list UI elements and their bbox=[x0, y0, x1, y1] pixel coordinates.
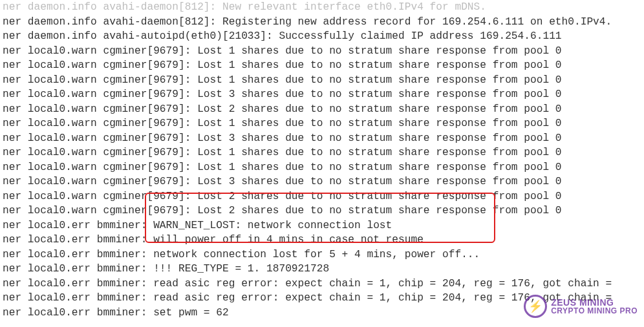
log-line: ner local0.err bmminer: !!! REG_TYPE = 1… bbox=[3, 262, 641, 277]
log-line: ner local0.err bmminer: will power off i… bbox=[3, 233, 641, 248]
watermark-line1: ZEUS MINING bbox=[551, 298, 638, 307]
log-line: ner daemon.info avahi-daemon[812]: New r… bbox=[3, 0, 641, 15]
log-line: ner local0.warn cgminer[9679]: Lost 1 sh… bbox=[3, 44, 641, 59]
log-output: ner daemon.info avahi-daemon[812]: New r… bbox=[0, 0, 644, 320]
log-line: ner local0.warn cgminer[9679]: Lost 3 sh… bbox=[3, 174, 641, 189]
watermark-line2: CRYPTO MINING PRO bbox=[551, 307, 638, 315]
log-line: ner local0.err bmminer: read asic reg er… bbox=[3, 277, 641, 291]
log-line: ner local0.warn cgminer[9679]: Lost 1 sh… bbox=[3, 145, 641, 160]
log-line: ner local0.warn cgminer[9679]: Lost 1 sh… bbox=[3, 160, 641, 175]
watermark-text: ZEUS MINING CRYPTO MINING PRO bbox=[551, 298, 638, 315]
log-line: ner daemon.info avahi-daemon[812]: Regis… bbox=[3, 15, 641, 30]
log-line: ner daemon.info avahi-autoipd(eth0)[2103… bbox=[3, 29, 641, 44]
log-line: ner local0.warn cgminer[9679]: Lost 3 sh… bbox=[3, 131, 641, 146]
watermark: ⚡ ZEUS MINING CRYPTO MINING PRO bbox=[524, 295, 638, 318]
log-line: ner local0.warn cgminer[9679]: Lost 2 sh… bbox=[3, 189, 641, 204]
log-line: ner local0.warn cgminer[9679]: Lost 1 sh… bbox=[3, 73, 641, 88]
log-line: ner local0.err bmminer: network connecti… bbox=[3, 248, 641, 262]
log-line: ner local0.warn cgminer[9679]: Lost 1 sh… bbox=[3, 116, 641, 131]
log-line: ner local0.warn cgminer[9679]: Lost 3 sh… bbox=[3, 87, 641, 102]
log-line: ner local0.err bmminer: WARN_NET_LOST: n… bbox=[3, 218, 641, 233]
bolt-glyph: ⚡ bbox=[528, 299, 542, 313]
log-line: ner local0.warn cgminer[9679]: Lost 2 sh… bbox=[3, 102, 641, 117]
bolt-icon: ⚡ bbox=[524, 295, 547, 318]
log-line: ner local0.warn cgminer[9679]: Lost 2 sh… bbox=[3, 204, 641, 218]
log-line: ner local0.warn cgminer[9679]: Lost 1 sh… bbox=[3, 58, 641, 73]
